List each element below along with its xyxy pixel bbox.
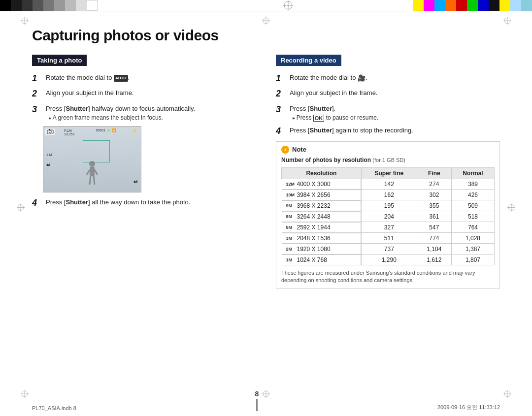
res-badge: 9M: [286, 203, 295, 208]
res-value: 1024 X 768: [297, 256, 327, 263]
step-3-right-bullet: Press OK to pause or resume.: [293, 114, 378, 122]
step-num-1-left: 1: [32, 73, 43, 84]
td-resolution: 3M2048 X 1536: [282, 233, 361, 244]
td-superfine: 142: [361, 179, 417, 190]
td-resolution: 2M1920 X 1080: [282, 244, 361, 255]
res-badge: 3M: [286, 236, 295, 241]
table-note: These figures are measured under Samsung…: [281, 269, 495, 285]
col-header-normal: Normal: [451, 167, 494, 179]
step-2-right: 2 Align your subject in the frame.: [276, 88, 500, 99]
note-subtitle: Number of photos by resolution (for 1 GB…: [281, 157, 495, 163]
td-fine: 547: [417, 222, 451, 233]
step-3-bullet: A green frame means the subject in focus…: [49, 114, 195, 121]
step-text-2-right: Align your subject in the frame.: [290, 88, 377, 98]
right-column: Recording a video 1 Rotate the mode dial…: [276, 55, 500, 289]
step-text-3-right: Press [Shutter].: [290, 105, 335, 112]
td-normal: 518: [451, 211, 494, 222]
td-resolution: 12M4000 X 3000: [282, 179, 361, 190]
svg-point-30: [89, 161, 95, 167]
left-column: Taking a photo 1 Rotate the mode dial to…: [32, 55, 256, 289]
step-text-1-right: Rotate the mode dial to 🎥.: [290, 73, 367, 83]
table-row: 5M2592 X 1944327547764: [282, 222, 495, 233]
svg-line-33: [95, 170, 98, 175]
res-badge: 2M: [286, 247, 295, 252]
main-content: Capturing photos or videos Taking a phot…: [32, 27, 500, 389]
td-superfine: 162: [361, 190, 417, 200]
td-fine: 355: [417, 200, 451, 211]
step-text-4-right: Press [Shutter] again to stop the record…: [290, 126, 413, 135]
td-superfine: 195: [361, 200, 417, 211]
td-normal: 1,387: [451, 244, 494, 255]
crosshair-icon: [283, 0, 293, 10]
step-num-2-left: 2: [32, 88, 43, 99]
camera-settings-right: 📷: [133, 179, 138, 183]
res-value: 2048 X 1536: [297, 235, 331, 242]
camera-mode-icon: [45, 128, 55, 135]
step-1-left: 1 Rotate the mode dial to AUTO.: [32, 73, 256, 84]
page-number-area: 8: [255, 390, 259, 411]
res-value: 3968 X 2232: [297, 202, 331, 209]
page-bar: [256, 399, 258, 411]
td-fine: 302: [417, 190, 451, 200]
svg-point-28: [49, 130, 52, 133]
step-text-1-left: Rotate the mode dial to AUTO.: [46, 73, 130, 83]
camera-flash-icon: ⚡: [132, 128, 137, 133]
td-fine: 361: [417, 211, 451, 222]
photo-table: Resolution Super fine Fine Normal 12M400…: [281, 167, 495, 266]
step-3-left: 3 Press [Shutter] halfway down to focus …: [32, 104, 256, 122]
res-value: 2592 X 1944: [297, 224, 331, 231]
step-text-3-left: Press [Shutter] halfway down to focus au…: [46, 105, 195, 112]
step-num-1-right: 1: [276, 73, 287, 84]
res-badge: 1M: [286, 257, 295, 262]
footer: PL70_ASIA.indb 8 8 2009-09-16 오전 11:33:1…: [32, 390, 500, 411]
video-mode-icon: 🎥: [358, 73, 366, 83]
td-resolution: 8M3264 X 2448: [282, 211, 361, 222]
svg-rect-29: [49, 129, 50, 130]
step-num-3-left: 3: [32, 104, 43, 115]
td-normal: 1,807: [451, 255, 494, 265]
td-normal: 509: [451, 200, 494, 211]
td-normal: 1,028: [451, 233, 494, 244]
auto-icon: AUTO: [114, 75, 128, 82]
svg-rect-31: [90, 167, 95, 176]
top-border-line: [0, 11, 532, 11]
table-row: 3M2048 X 15365117741,028: [282, 233, 495, 244]
camera-shot-count: 00001 🔋 📶: [96, 128, 116, 132]
note-subtitle-detail: (for 1 GB SD): [372, 157, 405, 163]
res-value: 3984 X 2656: [297, 192, 331, 198]
res-badge: 12M: [286, 182, 295, 187]
svg-line-32: [87, 170, 90, 175]
camera-display: F12ñ1/125s 00001 🔋 📶 ⚡: [43, 127, 141, 192]
table-row: 8M3264 X 2448204361518: [282, 211, 495, 222]
camera-screen-image: F12ñ1/125s 00001 🔋 📶 ⚡: [43, 126, 141, 192]
td-resolution: 10M3984 X 2656: [282, 190, 361, 200]
footer-left: PL70_ASIA.indb 8: [32, 405, 76, 411]
td-superfine: 1,290: [361, 255, 417, 265]
step-num-4-right: 4: [276, 126, 287, 137]
col-header-resolution: Resolution: [282, 167, 362, 179]
res-badge: 5M: [286, 225, 295, 230]
td-fine: 1,612: [417, 255, 451, 265]
table-row: 1M1024 X 7681,2901,6121,807: [282, 255, 495, 265]
step-2-left: 2 Align your subject in the frame.: [32, 88, 256, 99]
corner-crosshair-br: [503, 390, 511, 399]
step-text-2-left: Align your subject in the frame.: [46, 88, 133, 98]
note-icon: +: [281, 146, 289, 154]
res-value: 3264 X 2448: [297, 213, 331, 220]
camera-settings-left: 1 M 📷: [46, 152, 52, 167]
td-normal: 426: [451, 190, 494, 200]
td-superfine: 327: [361, 222, 417, 233]
td-fine: 274: [417, 179, 451, 190]
td-fine: 774: [417, 233, 451, 244]
camera-subject: [85, 160, 100, 185]
camera-counter: F12ñ1/125s: [64, 129, 126, 136]
col-header-superfine: Super fine: [361, 167, 417, 179]
corner-crosshair-bl: [21, 390, 29, 399]
two-column-layout: Taking a photo 1 Rotate the mode dial to…: [32, 55, 500, 289]
td-fine: 1,104: [417, 244, 451, 255]
td-superfine: 737: [361, 244, 417, 255]
step-num-4-left: 4: [32, 197, 43, 209]
side-crosshair-left: [17, 203, 25, 213]
table-row: 10M3984 X 2656162302426: [282, 190, 495, 200]
camera-focus-frame: [83, 140, 110, 162]
